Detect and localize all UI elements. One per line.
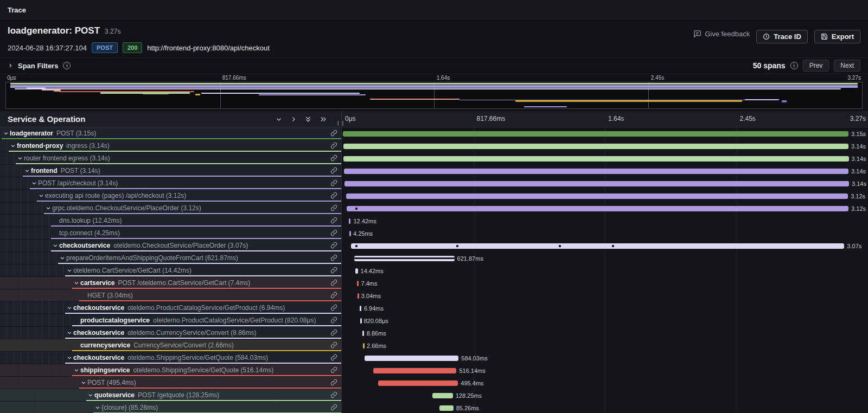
span-row[interactable]: executing api route (pages) /api/checkou… xyxy=(0,190,868,202)
span-link-icon[interactable] xyxy=(330,366,337,373)
span-timeline-cell[interactable]: 621.87ms xyxy=(342,252,868,264)
span-row[interactable]: POST /api/checkout (3.14s) 3.14s xyxy=(0,177,868,190)
span-row[interactable]: {closure} (85.26ms) 85.26ms xyxy=(0,402,868,413)
chevron-right-icon[interactable] xyxy=(290,116,297,122)
span-link-icon[interactable] xyxy=(330,317,337,324)
span-link-icon[interactable] xyxy=(330,142,337,149)
span-name-cell[interactable]: tcp.connect (4.25ms) xyxy=(0,227,342,240)
chevron-down-icon[interactable] xyxy=(65,305,73,311)
span-row[interactable]: cartservice POST /oteldemo.CartService/G… xyxy=(0,277,868,289)
info-icon[interactable]: i xyxy=(790,62,798,69)
span-link-icon[interactable] xyxy=(330,154,337,162)
span-timeline-cell[interactable]: 3.15s xyxy=(342,127,868,140)
span-name-cell[interactable]: frontend-proxy ingress (3.14s) xyxy=(0,140,342,152)
span-bar[interactable] xyxy=(355,268,358,274)
span-row[interactable]: frontend-proxy ingress (3.14s) 3.14s xyxy=(0,140,868,152)
span-row[interactable]: oteldemo.CartService/GetCart (14.42ms) 1… xyxy=(0,264,868,277)
span-name-cell[interactable]: checkoutservice oteldemo.ShippingService… xyxy=(0,352,342,364)
span-link-icon[interactable] xyxy=(330,341,337,349)
span-row[interactable]: currencyservice CurrencyService/Convert … xyxy=(0,339,868,352)
chevron-down-icon[interactable] xyxy=(65,355,73,360)
span-timeline-cell[interactable]: 4.25ms xyxy=(342,227,868,240)
span-name-cell[interactable]: POST (495.4ms) xyxy=(0,377,342,389)
chevron-down-icon[interactable] xyxy=(65,268,73,273)
span-row[interactable]: POST (495.4ms) 495.4ms xyxy=(0,377,868,389)
span-row[interactable]: productcatalogservice oteldemo.ProductCa… xyxy=(0,314,868,327)
column-resize-handle[interactable]: | | xyxy=(337,120,344,126)
give-feedback-link[interactable]: Give feedback xyxy=(693,30,750,38)
span-link-icon[interactable] xyxy=(330,192,337,199)
prev-span-button[interactable]: Prev xyxy=(803,60,829,72)
span-bar[interactable] xyxy=(365,356,459,361)
span-name-cell[interactable]: grpc.oteldemo.CheckoutService/PlaceOrder… xyxy=(0,202,342,215)
span-timeline-cell[interactable]: 14.42ms xyxy=(342,264,868,277)
span-timeline-cell[interactable]: 495.4ms xyxy=(342,377,868,389)
chevron-down-icon[interactable] xyxy=(16,156,24,161)
span-link-icon[interactable] xyxy=(330,267,337,274)
span-filters-toggle[interactable]: Span Filters i xyxy=(8,62,71,70)
span-bar[interactable] xyxy=(346,193,848,199)
span-bar[interactable] xyxy=(358,293,359,299)
span-name-cell[interactable]: oteldemo.CartService/GetCart (14.42ms) xyxy=(0,264,342,277)
chevron-down-icon[interactable] xyxy=(37,193,45,198)
span-link-icon[interactable] xyxy=(330,404,337,411)
span-bar[interactable] xyxy=(378,380,458,386)
chevron-down-icon[interactable] xyxy=(72,280,80,286)
span-bar[interactable] xyxy=(432,393,453,398)
span-bar[interactable] xyxy=(351,243,844,249)
span-name-cell[interactable]: dns.lookup (12.42ms) xyxy=(0,215,342,227)
span-link-icon[interactable] xyxy=(330,229,337,236)
span-bar[interactable] xyxy=(354,256,454,261)
span-name-cell[interactable]: productcatalogservice oteldemo.ProductCa… xyxy=(0,314,342,327)
next-span-button[interactable]: Next xyxy=(834,60,860,72)
span-name-cell[interactable]: prepareOrderItemsAndShippingQuoteFromCar… xyxy=(0,252,342,264)
span-timeline-cell[interactable]: 584.03ms xyxy=(342,352,868,364)
minimap-canvas[interactable] xyxy=(5,82,863,109)
span-name-cell[interactable]: {closure} (85.26ms) xyxy=(0,402,342,413)
span-row[interactable]: quoteservice POST /getquote (128.25ms) 1… xyxy=(0,389,868,402)
span-name-cell[interactable]: frontend POST (3.14s) xyxy=(0,165,342,177)
span-bar[interactable] xyxy=(343,144,848,149)
span-name-cell[interactable]: loadgenerator POST (3.15s) xyxy=(0,127,342,140)
span-link-icon[interactable] xyxy=(330,254,337,261)
double-chevron-right-icon[interactable] xyxy=(320,116,327,122)
span-name-cell[interactable]: shippingservice oteldemo.ShippingService… xyxy=(0,364,342,377)
span-row[interactable]: prepareOrderItemsAndShippingQuoteFromCar… xyxy=(0,252,868,264)
span-row[interactable]: checkoutservice oteldemo.ProductCatalogS… xyxy=(0,302,868,314)
chevron-down-icon[interactable] xyxy=(44,205,52,211)
span-bar[interactable] xyxy=(360,318,362,324)
span-name-cell[interactable]: quoteservice POST /getquote (128.25ms) xyxy=(0,389,342,402)
span-bar[interactable] xyxy=(439,405,453,411)
span-row[interactable]: loadgenerator POST (3.15s) 3.15s xyxy=(0,127,868,140)
chevron-down-icon[interactable] xyxy=(72,367,80,373)
span-name-cell[interactable]: POST /api/checkout (3.14s) xyxy=(0,177,342,190)
span-timeline-cell[interactable]: 12.42ms xyxy=(342,215,868,227)
span-name-cell[interactable]: checkoutservice oteldemo.CheckoutService… xyxy=(0,240,342,252)
span-timeline-cell[interactable]: 8.86ms xyxy=(342,327,868,339)
span-bar[interactable] xyxy=(344,181,849,186)
span-name-cell[interactable]: cartservice POST /oteldemo.CartService/G… xyxy=(0,277,342,289)
span-name-cell[interactable]: checkoutservice oteldemo.ProductCatalogS… xyxy=(0,302,342,314)
span-link-icon[interactable] xyxy=(330,379,337,386)
span-bar[interactable] xyxy=(373,368,456,373)
double-chevron-down-icon[interactable] xyxy=(305,115,311,123)
span-row[interactable]: router frontend egress (3.14s) 3.14s xyxy=(0,152,868,165)
span-name-cell[interactable]: HGET (3.04ms) xyxy=(0,289,342,302)
span-link-icon[interactable] xyxy=(330,167,337,174)
span-timeline-cell[interactable]: 820.08μs xyxy=(342,314,868,327)
span-timeline-cell[interactable]: 3.14s xyxy=(342,140,868,152)
span-link-icon[interactable] xyxy=(330,204,337,211)
span-bar[interactable] xyxy=(363,343,365,349)
span-bar[interactable] xyxy=(343,156,848,162)
chevron-down-icon[interactable] xyxy=(276,116,282,122)
span-row[interactable]: grpc.oteldemo.CheckoutService/PlaceOrder… xyxy=(0,202,868,215)
chevron-down-icon[interactable] xyxy=(93,405,101,410)
span-row[interactable]: tcp.connect (4.25ms) 4.25ms xyxy=(0,227,868,240)
span-timeline-cell[interactable]: 3.14s xyxy=(342,152,868,165)
span-link-icon[interactable] xyxy=(330,130,337,137)
span-link-icon[interactable] xyxy=(330,354,337,361)
span-link-icon[interactable] xyxy=(330,217,337,224)
trace-id-button[interactable]: Trace ID xyxy=(756,30,808,43)
span-timeline-cell[interactable]: 3.12s xyxy=(342,202,868,215)
chevron-down-icon[interactable] xyxy=(79,380,87,385)
